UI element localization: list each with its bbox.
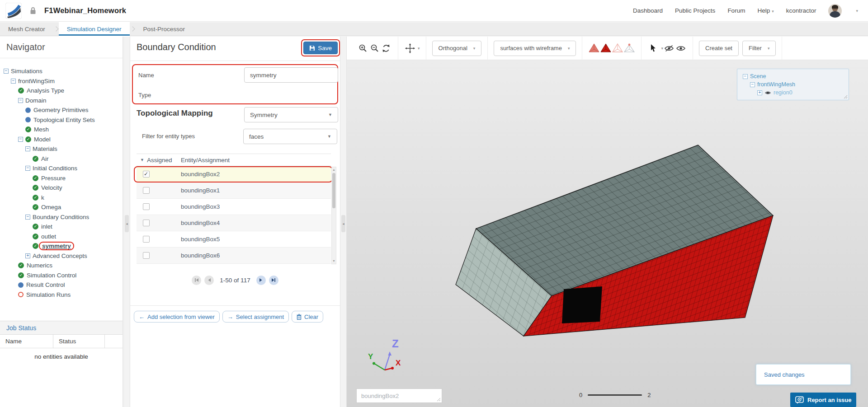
row-checkbox[interactable] [143, 252, 150, 259]
hide-selected-icon[interactable] [663, 42, 675, 54]
app-logo-icon[interactable] [5, 3, 22, 19]
selection-name-input[interactable] [356, 388, 442, 403]
nav-dashboard[interactable]: Dashboard [633, 7, 663, 14]
tree-toggle-icon[interactable]: − [11, 79, 16, 84]
tree-toggle-icon[interactable]: − [25, 215, 30, 220]
navigator-tree-item[interactable]: − Model [0, 135, 123, 145]
row-checkbox[interactable] [143, 220, 150, 226]
collapse-middle-handle[interactable]: ◂ [341, 215, 345, 232]
filter-button[interactable]: Filter▾ [742, 41, 776, 56]
prev-page-button[interactable] [204, 276, 214, 285]
navigator-tree-item[interactable]: Geometry Primitives [0, 105, 123, 115]
projection-select[interactable]: Orthogonal▾ [432, 41, 482, 56]
show-all-eye-icon[interactable] [675, 42, 687, 54]
navigator-tree-item[interactable]: + Advanced Concepts [0, 251, 123, 261]
navigator-tree-item[interactable]: Analysis Type [0, 86, 123, 96]
table-row[interactable]: boundingBox4 [137, 215, 331, 231]
visibility-eye-icon[interactable] [764, 90, 771, 95]
next-page-button[interactable] [256, 276, 266, 285]
zoom-out-icon[interactable] [368, 42, 380, 54]
nav-forum[interactable]: Forum [727, 7, 745, 14]
last-page-button[interactable] [269, 276, 278, 285]
avatar[interactable] [828, 4, 842, 18]
pan-move-icon[interactable] [404, 42, 416, 54]
pan-menu-chevron-icon[interactable]: ▾ [418, 46, 420, 51]
nav-public-projects[interactable]: Public Projects [675, 7, 715, 14]
resize-handle-icon[interactable] [437, 398, 441, 402]
scene-mesh-item[interactable]: −frontWingMesh [737, 80, 849, 89]
report-issue-button[interactable]: Report an issue [790, 393, 856, 407]
navigator-tree-item[interactable]: Pressure [0, 173, 123, 183]
tree-toggle-icon[interactable]: − [18, 137, 23, 142]
scrollbar-thumb[interactable] [332, 173, 335, 208]
reset-view-icon[interactable] [380, 42, 392, 54]
tetra-volume-icon[interactable] [600, 42, 612, 54]
table-row[interactable]: boundingBox6 [137, 248, 331, 264]
navigator-tree-item[interactable]: − Boundary Conditions [0, 212, 123, 222]
navigator-tree-item[interactable]: Air [0, 154, 123, 164]
account-chevron-down-icon[interactable]: ▾ [856, 9, 858, 13]
table-row[interactable]: boundingBox1 [137, 182, 331, 199]
navigator-tree-item[interactable]: − Domain [0, 96, 123, 106]
entity-filter-select[interactable]: faces ▼ [243, 129, 337, 144]
tree-toggle-icon[interactable]: + [757, 90, 762, 95]
select-assignment-button[interactable]: →Select assignment [222, 311, 289, 323]
table-row[interactable]: boundingBox5 [137, 231, 331, 248]
table-row[interactable]: boundingBox3 [137, 199, 331, 215]
tree-toggle-icon[interactable]: + [25, 253, 30, 258]
name-input[interactable] [244, 67, 338, 83]
job-col-name[interactable]: Name [0, 335, 53, 348]
navigator-tree-item[interactable]: Velocity [0, 183, 123, 193]
tetra-wireframe-icon[interactable] [612, 42, 623, 54]
tree-toggle-icon[interactable]: − [25, 166, 30, 171]
navigator-tree-item[interactable]: Simulation Control [0, 271, 123, 281]
navigator-tree-item[interactable]: inlet [0, 222, 123, 232]
nav-username[interactable]: kcontractor [786, 7, 816, 14]
tree-toggle-icon[interactable]: − [18, 98, 23, 103]
row-checkbox[interactable] [143, 187, 150, 194]
tab-post-processor[interactable]: Post-Processor [135, 22, 193, 36]
tetra-surface-icon[interactable] [588, 42, 600, 54]
tetra-points-icon[interactable] [623, 42, 635, 54]
row-checkbox[interactable] [143, 171, 150, 178]
row-checkbox[interactable] [143, 236, 150, 243]
navigator-tree-item[interactable]: − Materials [0, 144, 123, 154]
tree-toggle-icon[interactable]: − [25, 146, 30, 151]
zoom-in-icon[interactable] [357, 42, 368, 54]
sort-arrow-icon[interactable]: ▼ [140, 158, 144, 162]
table-row[interactable]: boundingBox2 [137, 166, 331, 182]
type-select[interactable]: Symmetry ▼ [244, 107, 338, 122]
navigator-tree-item[interactable]: Numerics [0, 261, 123, 271]
navigator-tree-item[interactable]: Omega [0, 202, 123, 212]
tree-toggle-icon[interactable]: − [750, 82, 755, 87]
navigator-tree-item[interactable]: − frontWingSim [0, 76, 123, 86]
scene-region-item[interactable]: + region0 [737, 89, 849, 97]
entity-column-header[interactable]: Entity/Assignment [181, 157, 230, 164]
navigator-tree-item[interactable]: k [0, 193, 123, 203]
navigator-tree-item[interactable]: Result Control [0, 280, 123, 290]
collapse-left-handle[interactable]: ◂ [125, 215, 129, 232]
tab-simulation-designer[interactable]: Simulation Designer [59, 22, 130, 36]
add-selection-button[interactable]: ←Add selection from viewer [134, 311, 220, 323]
scroll-up-icon[interactable]: ▲ [332, 167, 336, 173]
navigator-tree-item[interactable]: − Simulations [0, 66, 123, 76]
tree-toggle-icon[interactable]: − [743, 74, 748, 79]
row-checkbox[interactable] [143, 203, 150, 210]
left-panel-resizer[interactable]: ◂ [123, 37, 130, 407]
create-set-button[interactable]: Create set [699, 41, 739, 56]
middle-panel-resizer[interactable]: ◂ [340, 37, 347, 407]
first-page-button[interactable] [192, 276, 201, 285]
nav-help-menu[interactable]: Help▾ [757, 7, 774, 14]
select-cursor-icon[interactable] [647, 42, 659, 54]
table-scrollbar[interactable]: ▲ ▼ [331, 167, 336, 264]
navigator-tree-item[interactable]: Mesh [0, 125, 123, 135]
navigator-tree-item[interactable]: − Initial Conditions [0, 164, 123, 173]
navigator-tree-item[interactable]: Simulation Runs [0, 290, 123, 300]
navigator-tree-item[interactable]: outlet [0, 232, 123, 242]
viewport-canvas[interactable]: −Scene −frontWingMesh + region0 Z Y X [347, 60, 868, 407]
scene-root-item[interactable]: −Scene [737, 72, 849, 80]
resize-handle-icon[interactable] [844, 95, 848, 99]
navigator-tree-item[interactable]: symmetry [0, 241, 123, 251]
clear-button[interactable]: Clear [292, 311, 323, 323]
job-col-status[interactable]: Status [53, 335, 105, 348]
